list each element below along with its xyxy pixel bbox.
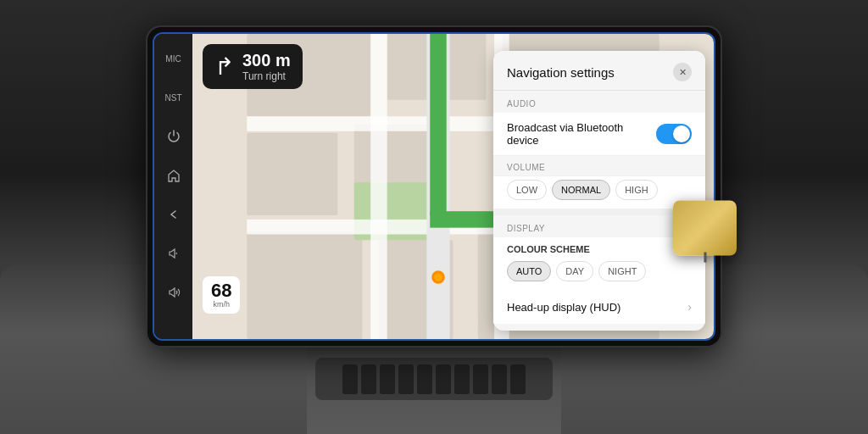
colour-day-button[interactable]: DAY xyxy=(556,261,593,281)
turn-arrow-icon: ↱ xyxy=(214,53,234,81)
home-icon[interactable] xyxy=(162,164,186,187)
bluetooth-row: Broadcast via Bluetooth device xyxy=(493,113,705,156)
vent-slot xyxy=(361,364,376,394)
turn-distance: 300 m xyxy=(242,51,291,70)
volume-low-button[interactable]: LOW xyxy=(507,180,547,200)
svg-rect-16 xyxy=(430,34,446,215)
settings-title: Navigation settings xyxy=(507,65,615,80)
dashboard-vents xyxy=(315,358,553,400)
volume-down-icon[interactable] xyxy=(162,242,186,265)
close-button[interactable]: ✕ xyxy=(673,63,692,81)
colour-options-row: AUTO DAY NIGHT xyxy=(493,258,705,290)
chevron-right-icon: › xyxy=(687,300,692,314)
turn-instruction: ↱ 300 m Turn right xyxy=(203,44,303,89)
bluetooth-toggle[interactable] xyxy=(656,124,692,144)
head-unit-frame: MIC NST xyxy=(146,25,722,348)
bluetooth-label: Broadcast via Bluetooth device xyxy=(507,121,656,147)
back-icon[interactable] xyxy=(162,203,186,226)
vent-slot xyxy=(510,364,526,394)
svg-rect-5 xyxy=(354,125,437,191)
vent-slot xyxy=(436,364,451,394)
volume-normal-button[interactable]: NORMAL xyxy=(552,180,610,200)
vent-slot xyxy=(454,364,470,394)
vent-slot xyxy=(380,364,395,394)
turn-info: 300 m Turn right xyxy=(242,51,291,82)
svg-rect-4 xyxy=(247,133,337,215)
volume-section-label: VOLUME xyxy=(507,163,545,172)
vent-slot xyxy=(492,364,507,394)
svg-point-19 xyxy=(434,273,442,281)
vent-slot xyxy=(342,364,358,394)
vent-slot xyxy=(398,364,414,394)
volume-high-button[interactable]: HIGH xyxy=(615,180,658,200)
vent-slot xyxy=(417,364,432,394)
map-area: ↱ 300 m Turn right 68 km/h Navigation se… xyxy=(192,34,714,339)
colour-auto-button[interactable]: AUTO xyxy=(507,261,551,281)
hud-label: Head-up display (HUD) xyxy=(507,301,620,314)
hud-row[interactable]: Head-up display (HUD) › xyxy=(493,290,705,324)
vent-slot xyxy=(473,364,488,394)
nst-icon[interactable]: NST xyxy=(162,86,186,109)
svg-rect-11 xyxy=(370,34,387,339)
settings-header: Navigation settings ✕ xyxy=(493,51,705,91)
turn-direction: Turn right xyxy=(242,70,291,82)
power-icon[interactable] xyxy=(162,125,186,148)
side-device xyxy=(673,201,737,256)
head-unit-screen: MIC NST xyxy=(153,32,715,341)
volume-up-icon[interactable] xyxy=(162,281,186,304)
settings-panel: Navigation settings ✕ AUDIO Broadcast vi… xyxy=(493,51,705,331)
volume-label-row: VOLUME xyxy=(493,156,705,176)
colour-night-button[interactable]: NIGHT xyxy=(598,261,646,281)
svg-rect-17 xyxy=(430,211,496,227)
speed-value: 68 xyxy=(211,281,231,300)
sidebar: MIC NST xyxy=(154,34,192,339)
svg-rect-7 xyxy=(247,232,362,339)
speed-unit: km/h xyxy=(211,300,231,309)
audio-section-label: AUDIO xyxy=(493,91,705,113)
mic-icon[interactable]: MIC xyxy=(162,47,186,70)
speed-badge: 68 km/h xyxy=(203,276,240,314)
